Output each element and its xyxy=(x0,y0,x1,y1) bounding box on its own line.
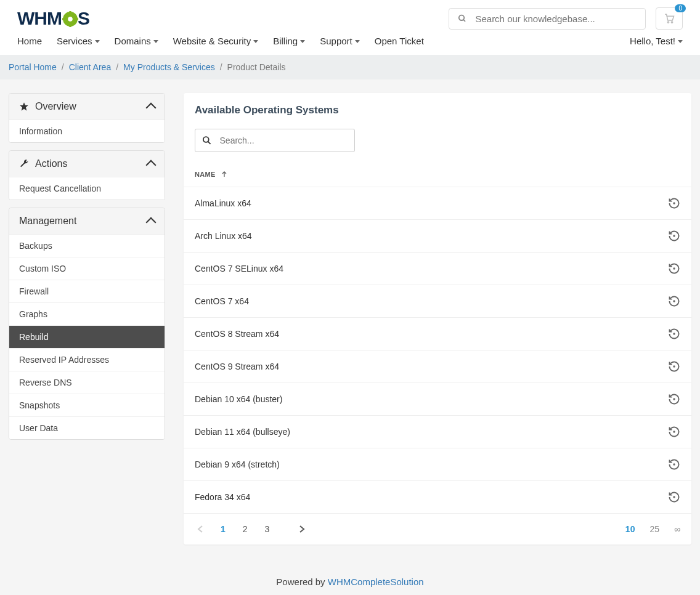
sidebar-section-actions[interactable]: Actions xyxy=(9,151,165,177)
user-greeting: Hello, Test! xyxy=(630,36,675,46)
sidebar-item-firewall[interactable]: Firewall xyxy=(9,280,165,302)
sidebar-item-reverse-dns[interactable]: Reverse DNS xyxy=(9,371,165,394)
sidebar-item-backups[interactable]: Backups xyxy=(9,234,165,257)
os-row: Arch Linux x64 xyxy=(184,220,691,253)
user-menu[interactable]: Hello, Test! xyxy=(630,36,683,46)
rebuild-action-button[interactable] xyxy=(668,328,680,340)
cart-button[interactable]: 0 xyxy=(656,7,683,30)
nav-label: Home xyxy=(17,36,42,46)
sidebar-item-snapshots[interactable]: Snapshots xyxy=(9,394,165,416)
rebuild-action-button[interactable] xyxy=(668,295,680,307)
rebuild-action-button[interactable] xyxy=(668,426,680,438)
breadcrumb-separator: / xyxy=(220,62,222,72)
svg-point-17 xyxy=(673,300,675,302)
gear-icon xyxy=(62,11,77,26)
sidebar-item-rebuild[interactable]: Rebuild xyxy=(9,325,165,348)
logo-suffix: S xyxy=(78,8,89,29)
rebuild-action-button[interactable] xyxy=(668,360,680,373)
os-row: CentOS 7 SELinux x64 xyxy=(184,253,691,285)
restore-icon xyxy=(668,491,680,503)
page-2[interactable]: 2 xyxy=(240,522,250,536)
breadcrumb-item[interactable]: My Products & Services xyxy=(123,62,215,72)
page-size-10[interactable]: 10 xyxy=(625,524,635,534)
page-title: Available Operating Systems xyxy=(184,93,691,129)
sidebar-section-management[interactable]: Management xyxy=(9,208,165,234)
os-name: AlmaLinux x64 xyxy=(195,198,251,208)
os-search-box[interactable] xyxy=(195,129,355,152)
chevron-down-icon xyxy=(153,40,158,43)
breadcrumb-item: Product Details xyxy=(227,62,286,72)
nav-label: Support xyxy=(320,36,352,46)
restore-icon xyxy=(668,262,680,275)
os-name: Debian 9 x64 (stretch) xyxy=(195,459,280,469)
breadcrumb-item[interactable]: Client Area xyxy=(69,62,111,72)
sidebar-item-reserved-ip-addresses[interactable]: Reserved IP Addresses xyxy=(9,348,165,371)
nav-item-website-security[interactable]: Website & Security xyxy=(173,36,258,46)
kb-search-input[interactable] xyxy=(475,14,637,24)
table-header-name[interactable]: NAME xyxy=(184,162,691,187)
svg-line-7 xyxy=(463,20,465,22)
footer-link[interactable]: WHMCompleteSolution xyxy=(328,577,424,587)
page-1[interactable]: 1 xyxy=(218,522,228,536)
os-row: Fedora 34 x64 xyxy=(184,481,691,514)
chevron-up-icon xyxy=(146,103,157,113)
rebuild-action-button[interactable] xyxy=(668,491,680,503)
nav-item-services[interactable]: Services xyxy=(57,36,100,46)
restore-icon xyxy=(668,426,680,438)
os-name: CentOS 7 x64 xyxy=(195,296,249,306)
rebuild-action-button[interactable] xyxy=(668,458,680,471)
os-search-input[interactable] xyxy=(220,136,348,145)
nav-item-support[interactable]: Support xyxy=(320,36,360,46)
nav-item-billing[interactable]: Billing xyxy=(273,36,305,46)
chevron-down-icon xyxy=(355,40,360,43)
os-row: Debian 11 x64 (bullseye) xyxy=(184,416,691,448)
chevron-down-icon xyxy=(253,40,258,43)
sidebar-item-information[interactable]: Information xyxy=(9,119,165,142)
page-3[interactable]: 3 xyxy=(262,522,272,536)
svg-point-14 xyxy=(673,202,675,204)
page-size-25[interactable]: 25 xyxy=(649,524,659,534)
svg-point-19 xyxy=(673,365,675,367)
svg-point-1 xyxy=(68,17,73,22)
nav-label: Billing xyxy=(273,36,298,46)
sidebar-item-user-data[interactable]: User Data xyxy=(9,416,165,439)
nav-item-open-ticket[interactable]: Open Ticket xyxy=(375,36,424,46)
sidebar-section-overview[interactable]: Overview xyxy=(9,94,165,119)
sidebar-section-title: Overview xyxy=(35,101,76,112)
sidebar-item-request-cancellation[interactable]: Request Cancellation xyxy=(9,177,165,200)
os-row: Debian 9 x64 (stretch) xyxy=(184,448,691,481)
rebuild-action-button[interactable] xyxy=(668,230,680,242)
footer-prefix: Powered by xyxy=(276,577,327,587)
logo[interactable]: WHM S xyxy=(17,8,89,29)
svg-point-22 xyxy=(673,463,675,465)
svg-marker-10 xyxy=(20,102,28,110)
restore-icon xyxy=(668,360,680,373)
chevron-down-icon xyxy=(678,40,683,43)
svg-line-12 xyxy=(208,142,211,144)
rebuild-action-button[interactable] xyxy=(668,197,680,209)
os-row: Debian 10 x64 (buster) xyxy=(184,383,691,416)
restore-icon xyxy=(668,295,680,307)
pager-next[interactable] xyxy=(296,522,307,536)
svg-point-9 xyxy=(671,22,672,23)
breadcrumb-item[interactable]: Portal Home xyxy=(9,62,57,72)
nav-item-home[interactable]: Home xyxy=(17,36,42,46)
page-size-∞[interactable]: ∞ xyxy=(674,524,680,534)
sidebar-section-title: Management xyxy=(19,216,76,227)
pager-prev xyxy=(195,522,206,536)
rebuild-action-button[interactable] xyxy=(668,262,680,275)
svg-point-16 xyxy=(673,267,675,269)
nav-label: Open Ticket xyxy=(375,36,424,46)
os-name: Fedora 34 x64 xyxy=(195,492,250,502)
kb-search-box[interactable] xyxy=(449,8,646,30)
chevron-left-icon xyxy=(197,525,203,533)
sidebar-item-graphs[interactable]: Graphs xyxy=(9,302,165,325)
rebuild-action-button[interactable] xyxy=(668,393,680,405)
sidebar-item-custom-iso[interactable]: Custom ISO xyxy=(9,257,165,280)
footer: Powered by WHMCompleteSolution xyxy=(0,558,700,595)
nav-item-domains[interactable]: Domains xyxy=(115,36,158,46)
svg-point-6 xyxy=(459,15,464,20)
nav-label: Services xyxy=(57,36,92,46)
chevron-right-icon xyxy=(299,525,305,533)
svg-point-23 xyxy=(673,496,675,498)
